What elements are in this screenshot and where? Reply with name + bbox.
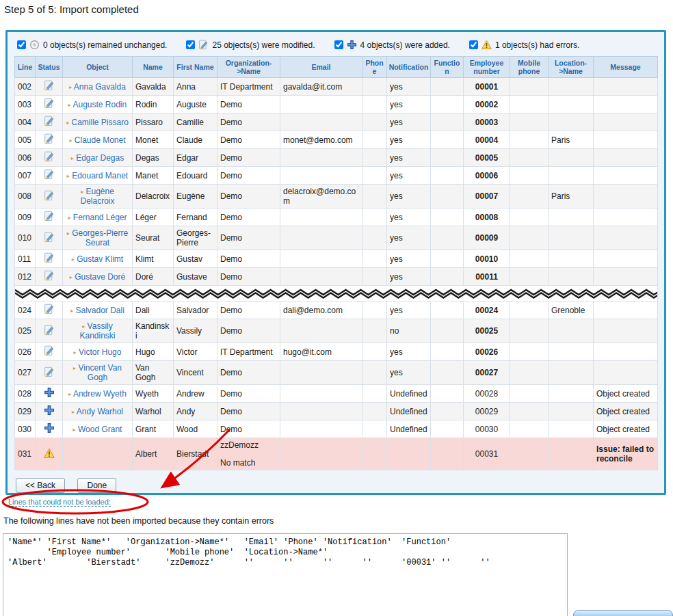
modified-status-cell <box>36 96 63 113</box>
line-number-cell: 027 <box>15 361 36 385</box>
modified-status-cell <box>36 78 63 96</box>
employee-number-cell: 00005 <box>464 149 510 167</box>
notification-cell: yes <box>387 268 431 286</box>
email-cell <box>280 385 362 403</box>
function-cell <box>431 268 464 286</box>
email-cell: dali@demo.com <box>280 302 362 319</box>
modified-icon <box>44 345 55 356</box>
function-cell <box>431 343 464 361</box>
message-cell: Object created <box>594 403 658 420</box>
lines-not-loaded-link[interactable]: Lines that could not be loaded: <box>8 498 111 507</box>
object-link[interactable]: Wood Grant <box>78 425 122 434</box>
back-button[interactable]: << Back <box>16 478 65 493</box>
object-link[interactable]: Fernand Léger <box>73 213 127 222</box>
unchanged-checkbox[interactable] <box>17 40 26 49</box>
line-number-cell: 030 <box>15 420 36 438</box>
filter-unchanged[interactable]: 0 objects(s) remained unchanged. <box>17 40 167 50</box>
errors-checkbox[interactable] <box>469 40 478 49</box>
object-link[interactable]: Gustave Doré <box>75 272 125 282</box>
filter-errors[interactable]: 1 objects(s) had errors. <box>469 40 579 50</box>
object-arrow-icon: ▸ <box>68 215 70 221</box>
object-arrow-icon: ▸ <box>68 391 71 397</box>
function-cell <box>431 385 464 403</box>
modified-status-cell <box>36 131 63 149</box>
mobile-phone-cell <box>510 420 549 438</box>
message-cell <box>594 167 658 185</box>
modified-icon <box>44 151 55 162</box>
object-link[interactable]: Edgar Degas <box>76 153 124 163</box>
object-arrow-icon: ▸ <box>82 323 85 330</box>
horizontal-scrollbar-thumb[interactable] <box>573 610 673 616</box>
modified-icon <box>44 116 55 126</box>
object-arrow-icon: ▸ <box>70 308 73 314</box>
object-arrow-icon: ▸ <box>73 427 76 433</box>
object-link[interactable]: Claude Monet <box>75 135 126 145</box>
email-cell: monet@demo.com <box>280 131 362 149</box>
phone-cell <box>362 302 387 319</box>
location-cell <box>549 96 594 113</box>
error-icon <box>481 40 492 50</box>
object-cell: ▸ Andy Warhol <box>63 403 133 420</box>
object-link[interactable]: Salvador Dali <box>75 306 124 315</box>
notification-cell: yes <box>387 302 431 319</box>
object-link[interactable]: Gustav Klimt <box>77 254 123 264</box>
location-cell <box>549 319 594 343</box>
name-cell: Klimt <box>133 250 174 268</box>
object-arrow-icon: ▸ <box>66 120 69 126</box>
object-link[interactable]: Eugène Delacroix <box>80 187 114 206</box>
modified-status-cell <box>36 319 63 343</box>
table-header-row: LineStatusObjectNameFirst NameOrganizati… <box>15 57 658 78</box>
modified-checkbox[interactable] <box>186 40 195 49</box>
object-arrow-icon: ▸ <box>67 230 70 237</box>
table-row: 030▸ Wood GrantGrantWoodDemoUndefined000… <box>15 420 658 438</box>
employee-number-cell: 00010 <box>464 250 510 268</box>
line-number-cell: 031 <box>15 438 36 470</box>
organization-cell: Demo <box>217 302 280 319</box>
employee-number-cell: 00026 <box>464 343 510 361</box>
phone-cell <box>362 361 387 385</box>
filter-modified[interactable]: 25 objects(s) were modified. <box>186 40 315 50</box>
column-header-location-name: Location->Name <box>549 57 594 78</box>
mobile-phone-cell <box>510 209 549 226</box>
column-header-message: Message <box>594 57 658 78</box>
location-cell <box>549 438 594 470</box>
first-name-cell: Camille <box>174 113 217 131</box>
raw-error-lines[interactable]: 'Name*' 'First Name*' 'Organization->Nam… <box>3 533 568 616</box>
modified-icon <box>44 80 55 91</box>
done-button[interactable]: Done <box>77 478 116 493</box>
object-link[interactable]: Edouard Manet <box>72 171 128 180</box>
object-link[interactable]: Anna Gavalda <box>74 82 126 92</box>
notification-cell: yes <box>387 167 431 185</box>
email-cell <box>280 319 362 343</box>
object-cell: ▸ Camille Pissaro <box>63 113 133 131</box>
page-title: Step 5 of 5: Import completed <box>4 3 139 15</box>
phone-cell <box>362 185 387 209</box>
object-link[interactable]: Auguste Rodin <box>72 100 127 109</box>
name-cell: Manet <box>133 167 174 185</box>
object-link[interactable]: Georges-Pierre Seurat <box>72 228 128 247</box>
modified-icon <box>44 169 55 180</box>
phone-cell <box>362 96 387 113</box>
email-cell: gavalda@it.com <box>280 78 362 96</box>
function-cell <box>431 78 464 96</box>
organization-cell: Demo <box>217 319 280 343</box>
object-cell: ▸ Auguste Rodin <box>63 96 133 113</box>
modified-icon <box>44 232 55 243</box>
filter-added[interactable]: 4 objects(s) were added. <box>334 40 450 50</box>
mobile-phone-cell <box>510 319 549 343</box>
added-icon <box>44 387 55 398</box>
mobile-phone-cell <box>510 113 549 131</box>
email-cell <box>280 250 362 268</box>
location-cell <box>549 385 594 403</box>
object-link[interactable]: Vassily Kandinski <box>79 321 115 340</box>
object-link[interactable]: Andy Warhol <box>77 407 123 416</box>
organization-cell: IT Department <box>217 343 280 361</box>
object-link[interactable]: Andrew Wyeth <box>73 389 127 399</box>
object-link[interactable]: Victor Hugo <box>79 347 121 357</box>
object-link[interactable]: Vincent Van Gogh <box>78 363 122 382</box>
object-link[interactable]: Camille Pissaro <box>72 118 129 127</box>
added-checkbox[interactable] <box>334 40 343 49</box>
object-arrow-icon: ▸ <box>70 274 72 280</box>
employee-number-cell: 00011 <box>464 268 510 286</box>
name-cell: Rodin <box>133 96 174 113</box>
